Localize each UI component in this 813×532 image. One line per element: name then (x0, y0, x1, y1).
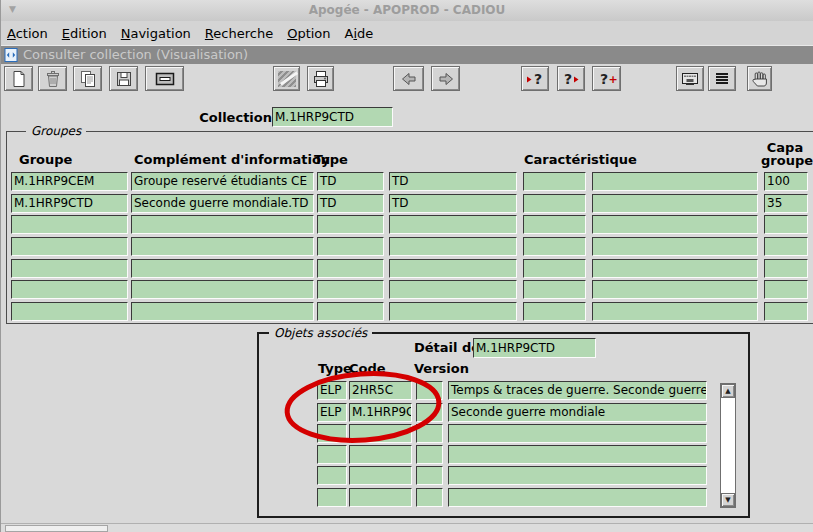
type-lib-cell[interactable] (389, 259, 517, 278)
capa-cell[interactable] (764, 280, 808, 299)
groupe-cell[interactable] (11, 280, 128, 299)
objet-type-cell[interactable] (317, 466, 347, 485)
objets-scrollbar[interactable]: ▲ ▼ (720, 383, 736, 508)
caracteristique-lib-cell[interactable] (592, 237, 758, 256)
remove-record-button[interactable] (145, 66, 184, 91)
groupe-cell[interactable] (11, 259, 128, 278)
edit-field-button[interactable] (708, 66, 736, 91)
capa-cell[interactable] (764, 215, 808, 234)
objet-type-cell[interactable] (317, 488, 347, 507)
menu-aide[interactable]: Aide (345, 26, 374, 41)
copy-record-button[interactable] (73, 66, 102, 91)
type-cell[interactable] (317, 259, 384, 278)
objet-version-cell[interactable] (416, 488, 443, 507)
collection-field[interactable]: M.1HRP9CTD (272, 107, 393, 127)
complement-cell[interactable] (131, 280, 314, 299)
type-cell[interactable]: TD (317, 194, 384, 213)
objet-type-cell[interactable] (317, 445, 347, 464)
objet-code-cell[interactable] (349, 445, 412, 464)
groupe-cell[interactable]: M.1HRP9CEM (11, 172, 128, 191)
complement-cell[interactable]: Seconde guerre mondiale.TD (131, 194, 314, 213)
capa-cell[interactable]: 100 (764, 172, 808, 191)
objet-version-cell[interactable] (416, 466, 443, 485)
menu-edition[interactable]: Edition (62, 26, 107, 41)
caracteristique-lib-cell[interactable] (592, 194, 758, 213)
menu-option[interactable]: Option (287, 26, 330, 41)
caracteristique-cell[interactable] (523, 194, 586, 213)
caracteristique-cell[interactable] (523, 237, 586, 256)
caracteristique-lib-cell[interactable] (592, 259, 758, 278)
caracteristique-lib-cell[interactable] (592, 215, 758, 234)
groupe-cell[interactable] (11, 215, 128, 234)
menu-recherche[interactable]: Recherche (205, 26, 273, 41)
type-lib-cell[interactable] (389, 280, 517, 299)
menu-navigation[interactable]: Navigation (121, 26, 191, 41)
objet-libelle-cell[interactable] (448, 424, 707, 443)
objet-type-cell[interactable]: ELP (317, 403, 347, 422)
type-cell[interactable] (317, 280, 384, 299)
objet-code-cell[interactable] (349, 488, 412, 507)
detail-field[interactable]: M.1HRP9CTD (473, 338, 596, 358)
delete-record-button[interactable] (38, 66, 67, 91)
clear-form-button[interactable] (273, 66, 300, 91)
objet-version-cell[interactable] (416, 381, 443, 400)
next-block-button[interactable] (431, 66, 460, 91)
type-cell[interactable] (317, 302, 384, 321)
objet-code-cell[interactable]: 2HR5C (349, 381, 412, 400)
new-record-button[interactable] (4, 66, 33, 91)
complement-cell[interactable] (131, 302, 314, 321)
exit-button[interactable] (747, 66, 772, 91)
menu-action[interactable]: Action (7, 26, 48, 41)
groupe-cell[interactable] (11, 237, 128, 256)
objet-libelle-cell[interactable] (448, 488, 707, 507)
execute-query-button[interactable]: ? (557, 66, 585, 91)
objet-type-cell[interactable]: ELP (317, 381, 347, 400)
objet-code-cell[interactable] (349, 466, 412, 485)
complement-cell[interactable] (131, 237, 314, 256)
type-lib-cell[interactable] (389, 302, 517, 321)
objet-libelle-cell[interactable] (448, 445, 707, 464)
caracteristique-lib-cell[interactable] (592, 172, 758, 191)
scroll-down-button[interactable]: ▼ (721, 493, 735, 507)
complement-cell[interactable] (131, 215, 314, 234)
type-lib-cell[interactable]: TD (389, 194, 517, 213)
objet-libelle-cell[interactable] (448, 466, 707, 485)
horizontal-scrollbar[interactable] (1, 523, 813, 532)
type-cell[interactable] (317, 237, 384, 256)
type-lib-cell[interactable] (389, 237, 517, 256)
complement-cell[interactable] (131, 259, 314, 278)
objet-code-cell[interactable]: M.1HRP9C (349, 403, 412, 422)
caracteristique-cell[interactable] (523, 280, 586, 299)
scroll-up-button[interactable]: ▲ (721, 384, 735, 398)
horizontal-scrollbar-thumb[interactable] (5, 525, 108, 532)
save-button[interactable] (109, 66, 138, 91)
objet-libelle-cell[interactable]: Seconde guerre mondiale (448, 403, 707, 422)
objet-code-cell[interactable] (349, 424, 412, 443)
capa-cell[interactable]: 35 (764, 194, 808, 213)
complement-cell[interactable]: Groupe reservé étudiants CE (131, 172, 314, 191)
capa-cell[interactable] (764, 237, 808, 256)
caracteristique-lib-cell[interactable] (592, 302, 758, 321)
capa-cell[interactable] (764, 259, 808, 278)
caracteristique-cell[interactable] (523, 215, 586, 234)
type-cell[interactable]: TD (317, 172, 384, 191)
count-query-button[interactable]: ? + (592, 66, 621, 91)
print-button[interactable] (307, 66, 334, 91)
caracteristique-cell[interactable] (523, 172, 586, 191)
caracteristique-cell[interactable] (523, 302, 586, 321)
groupe-cell[interactable]: M.1HRP9CTD (11, 194, 128, 213)
capa-cell[interactable] (764, 302, 808, 321)
objet-version-cell[interactable] (416, 445, 443, 464)
type-lib-cell[interactable] (389, 215, 517, 234)
type-cell[interactable] (317, 215, 384, 234)
objet-type-cell[interactable] (317, 424, 347, 443)
caracteristique-cell[interactable] (523, 259, 586, 278)
groupe-cell[interactable] (11, 302, 128, 321)
caracteristique-lib-cell[interactable] (592, 280, 758, 299)
objet-version-cell[interactable] (416, 424, 443, 443)
type-lib-cell[interactable]: TD (389, 172, 517, 191)
enter-query-button[interactable]: ? (521, 66, 549, 91)
objet-libelle-cell[interactable]: Temps & traces de guerre. Seconde guerre (448, 381, 707, 400)
previous-block-button[interactable] (393, 66, 424, 91)
objet-version-cell[interactable] (416, 403, 443, 422)
